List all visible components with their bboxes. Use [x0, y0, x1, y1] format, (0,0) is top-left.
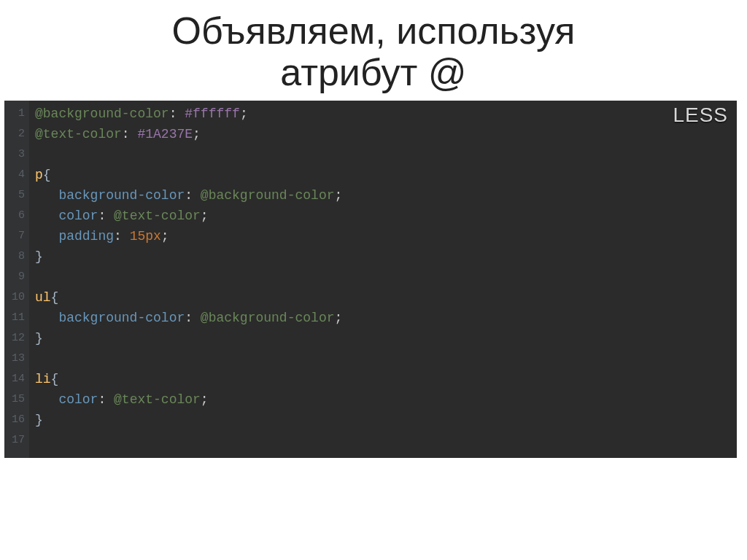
token-punct: : [98, 392, 106, 407]
token-punct: : [169, 106, 177, 121]
code-line: background-color: @background-color; [35, 185, 342, 206]
code-line [35, 267, 342, 287]
line-number: 7 [4, 226, 29, 246]
title-line-2: атрибут @ [280, 51, 466, 93]
token-indent [35, 311, 58, 325]
line-number: 11 [4, 308, 29, 328]
token-indent [35, 188, 58, 203]
token-brace: } [35, 413, 43, 427]
token-brace: } [35, 249, 43, 264]
token-brace: } [35, 331, 43, 346]
title-line-1: Объявляем, используя [172, 9, 576, 52]
token-property: background-color [58, 188, 185, 203]
token-property: padding [58, 229, 114, 244]
line-number: 1 [4, 104, 29, 124]
token-number: 15px [122, 229, 161, 244]
token-punct: : [185, 311, 193, 325]
token-punct: ; [193, 127, 201, 141]
code-line: } [35, 410, 342, 430]
language-badge: LESS [673, 104, 728, 127]
line-number: 12 [4, 328, 29, 349]
line-gutter: 1 2 3 4 5 6 7 8 9 10 11 12 13 14 15 16 1… [4, 101, 29, 458]
token-brace: { [43, 168, 51, 182]
code-line [35, 349, 342, 369]
token-variable: @text-color [106, 392, 201, 407]
line-number: 6 [4, 206, 29, 226]
token-selector: ul [35, 290, 51, 305]
code-line: @text-color: #1A237E; [35, 124, 342, 144]
token-value: #ffffff [177, 106, 239, 121]
line-number: 16 [4, 410, 29, 430]
code-editor: LESS 1 2 3 4 5 6 7 8 9 10 11 12 13 14 15… [4, 101, 737, 458]
code-line: p{ [35, 165, 342, 185]
token-punct: ; [161, 229, 169, 244]
line-number: 13 [4, 349, 29, 369]
line-number: 9 [4, 267, 29, 287]
line-number: 15 [4, 389, 29, 410]
code-line: } [35, 328, 342, 349]
token-punct: ; [201, 392, 209, 407]
token-brace: { [51, 372, 59, 386]
code-content: @background-color: #ffffff; @text-color:… [35, 104, 342, 451]
line-number: 2 [4, 124, 29, 144]
code-line: } [35, 246, 342, 267]
code-line: li{ [35, 369, 342, 389]
token-punct: ; [334, 188, 342, 203]
token-punct: : [185, 188, 193, 203]
code-line: @background-color: #ffffff; [35, 104, 342, 124]
code-line: ul{ [35, 287, 342, 308]
token-selector: p [35, 168, 43, 182]
token-selector: li [35, 372, 51, 386]
line-number: 4 [4, 165, 29, 185]
code-line [35, 430, 342, 451]
token-variable: @background-color [35, 106, 169, 121]
token-brace: { [51, 290, 59, 305]
token-property: background-color [58, 311, 185, 325]
token-variable: @background-color [193, 188, 334, 203]
line-number: 14 [4, 369, 29, 389]
line-number: 3 [4, 144, 29, 165]
token-indent [35, 392, 58, 407]
token-punct: : [114, 229, 122, 244]
code-line: padding: 15px; [35, 226, 342, 246]
line-number: 8 [4, 246, 29, 267]
code-line [35, 144, 342, 165]
code-line: color: @text-color; [35, 206, 342, 226]
code-line: background-color: @background-color; [35, 308, 342, 328]
token-property: color [58, 209, 98, 223]
code-line: color: @text-color; [35, 389, 342, 410]
slide: Объявляем, используя атрибут @ LESS 1 2 … [0, 0, 747, 560]
token-value: #1A237E [130, 127, 193, 141]
line-number: 5 [4, 185, 29, 206]
token-variable: @text-color [106, 209, 201, 223]
slide-title: Объявляем, используя атрибут @ [0, 0, 747, 93]
token-punct: ; [240, 106, 248, 121]
token-indent [35, 209, 58, 223]
token-punct: ; [334, 311, 342, 325]
token-punct: ; [201, 209, 209, 223]
line-number: 10 [4, 287, 29, 308]
line-number: 17 [4, 430, 29, 451]
token-punct: : [122, 127, 130, 141]
token-variable: @text-color [35, 127, 122, 141]
token-variable: @background-color [193, 311, 334, 325]
token-indent [35, 229, 58, 244]
token-property: color [58, 392, 98, 407]
token-punct: : [98, 209, 106, 223]
